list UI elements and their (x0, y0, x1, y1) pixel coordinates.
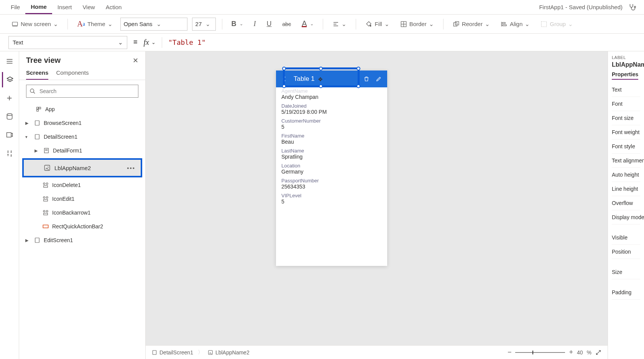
theme-button[interactable]: Aa Theme ⌄ (74, 18, 115, 30)
resize-handle[interactable] (356, 67, 360, 70)
chevron-right-icon[interactable]: ▶ (34, 148, 40, 153)
canvas[interactable]: Table 1 AgentName Andy Champan DateJoine… (146, 51, 608, 359)
tree-node-screen[interactable]: ▶ BrowseScreen1 (22, 116, 142, 130)
chevron-down-icon: ⌄ (108, 21, 113, 28)
prop-row[interactable]: Padding (612, 285, 640, 300)
menu-home[interactable]: Home (25, 0, 52, 14)
hamburger-icon[interactable] (2, 54, 17, 69)
app-preview[interactable]: Table 1 AgentName Andy Champan DateJoine… (276, 70, 387, 266)
tree-node-icon[interactable]: IconBackarrow1 (22, 206, 142, 220)
field-label: DateJoined (281, 103, 382, 109)
text-align-button[interactable]: ⌄ (329, 19, 350, 29)
stethoscope-icon[interactable] (626, 3, 639, 11)
delete-icon[interactable] (362, 76, 371, 82)
preview-body: AgentName Andy Champan DateJoined 5/19/2… (276, 87, 387, 208)
tree-node-app[interactable]: App (22, 102, 142, 116)
tree-node-rect[interactable]: RectQuickActionBar2 (22, 220, 142, 233)
resize-handle[interactable] (319, 67, 323, 70)
chevron-right-icon[interactable]: ▶ (25, 121, 31, 126)
fx-button[interactable]: fx ⌄ (144, 38, 156, 47)
menu-file[interactable]: File (5, 1, 25, 13)
tree-label: EditScreen1 (44, 237, 73, 243)
more-icon[interactable]: ••• (127, 165, 135, 171)
prop-row[interactable]: Font style (612, 139, 640, 154)
menu-action[interactable]: Action (100, 1, 127, 13)
reorder-button[interactable]: Reorder ⌄ (450, 19, 493, 29)
tab-components[interactable]: Components (56, 69, 89, 80)
group-button[interactable]: Group ⌄ (537, 19, 576, 29)
preview-title[interactable]: Table 1 (292, 75, 359, 83)
prop-row[interactable]: Overflow (612, 196, 640, 210)
zoom-slider[interactable] (515, 352, 565, 353)
tree-node-form[interactable]: ▶ DetailForm1 (22, 144, 142, 157)
tree-node-icon[interactable]: IconEdit1 (22, 192, 142, 206)
tab-screens[interactable]: Screens (26, 69, 48, 80)
properties-panel: LABEL LblAppName2 Properties Text Font F… (608, 51, 644, 359)
strikethrough-button[interactable]: abc (279, 20, 294, 29)
field-value: 25634353 (281, 184, 382, 190)
prop-row[interactable]: Font (612, 97, 640, 111)
font-family-combo[interactable]: Open Sans ⌄ (120, 18, 187, 31)
tree-node-screen[interactable]: ▾ DetailScreen1 (22, 130, 142, 144)
prop-row[interactable]: Size (612, 265, 640, 279)
prop-row[interactable]: Text (612, 83, 640, 97)
tools-icon[interactable] (2, 146, 17, 161)
chevron-down-icon[interactable]: ▾ (25, 134, 31, 139)
tree-view-icon[interactable] (2, 72, 17, 87)
label-icon (208, 350, 213, 355)
formula-input[interactable]: "Table 1" (168, 38, 206, 46)
svg-rect-33 (44, 186, 48, 188)
tab-properties[interactable]: Properties (612, 71, 638, 80)
font-color-button[interactable]: A⌄ (299, 19, 317, 29)
back-icon[interactable] (280, 76, 289, 82)
breadcrumb-control[interactable]: LblAppName2 (208, 349, 250, 356)
prop-row[interactable]: Font size (612, 111, 640, 125)
search-input[interactable] (39, 88, 135, 95)
prop-row[interactable]: Visible (612, 231, 640, 245)
prop-row[interactable]: Display mode (612, 210, 640, 225)
breadcrumb-screen[interactable]: DetailScreen1 (152, 349, 193, 356)
equals-icon: = (133, 38, 138, 46)
svg-point-31 (43, 183, 45, 185)
field-value: 5 (281, 124, 382, 130)
prop-row[interactable]: Line height (612, 182, 640, 196)
svg-point-20 (30, 89, 34, 92)
bold-button[interactable]: B⌄ (228, 18, 246, 30)
border-button[interactable]: Border ⌄ (397, 19, 437, 29)
props-control-name[interactable]: LblAppName2 (612, 61, 640, 68)
prop-row[interactable]: Text alignment (612, 154, 640, 168)
resize-handle[interactable] (282, 67, 286, 70)
fill-button[interactable]: Fill ⌄ (362, 19, 392, 29)
fit-screen-icon[interactable] (595, 349, 601, 356)
edit-icon[interactable] (374, 76, 383, 82)
insert-icon[interactable]: + (2, 90, 17, 106)
tree-node-icon[interactable]: IconDelete1 (22, 178, 142, 192)
italic-button[interactable]: I (251, 18, 259, 30)
font-size-combo[interactable]: 27 ⌄ (192, 18, 216, 31)
property-combo[interactable]: Text ⌄ (8, 36, 127, 49)
tree-node-selected[interactable]: LblAppName2 ••• (22, 158, 142, 177)
chevron-down-icon: ⌄ (118, 39, 123, 46)
close-icon[interactable]: ✕ (133, 56, 138, 65)
app-title: FirstApp1 - Saved (Unpublished) (539, 4, 626, 10)
chevron-right-icon[interactable]: ▶ (25, 238, 31, 243)
underline-button[interactable]: U (264, 18, 275, 30)
prop-row[interactable]: Auto height (612, 168, 640, 182)
zoom-out-button[interactable]: − (508, 348, 512, 356)
prop-row[interactable]: Font weight (612, 125, 640, 139)
zoom-in-button[interactable]: + (569, 348, 573, 356)
svg-rect-36 (44, 200, 48, 202)
menu-view[interactable]: View (77, 1, 100, 13)
tree-node-screen[interactable]: ▶ EditScreen1 (22, 233, 142, 247)
tree-search-box[interactable] (26, 85, 138, 98)
align-button[interactable]: Align ⌄ (498, 19, 533, 29)
svg-point-34 (43, 197, 45, 198)
field-value: Spratling (281, 154, 382, 160)
new-screen-button[interactable]: New screen ⌄ (8, 19, 61, 29)
media-icon[interactable] (2, 127, 17, 143)
prop-row[interactable]: Position (612, 245, 640, 259)
menu-insert[interactable]: Insert (52, 1, 77, 13)
svg-point-32 (46, 183, 48, 185)
screen-icon (152, 350, 157, 355)
data-icon[interactable] (2, 109, 17, 124)
